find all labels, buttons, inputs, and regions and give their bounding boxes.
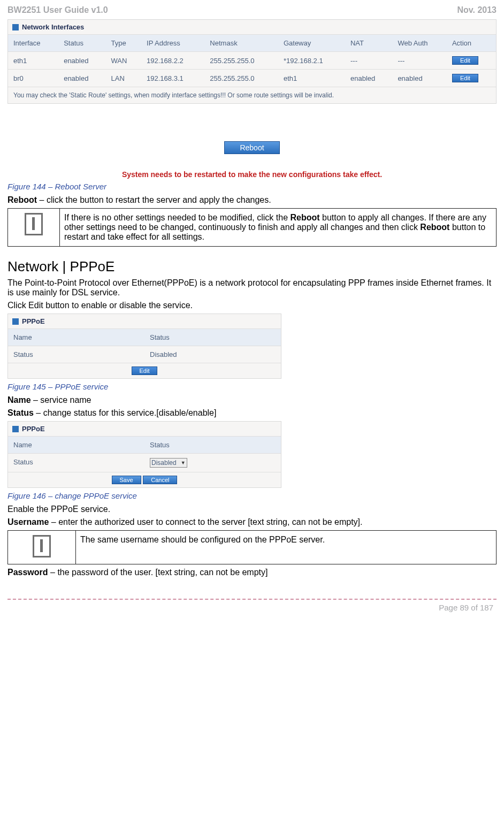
section-p1: The Point-to-Point Protocol over Etherne… <box>7 278 497 297</box>
panel-title: PPPoE <box>22 317 45 325</box>
page-separator <box>7 599 497 600</box>
info-text: The same username should be configured o… <box>76 531 497 564</box>
panel-icon <box>12 318 19 325</box>
table-header-row: Interface Status Type IP Address Netmask… <box>8 35 496 52</box>
password-rest: – the password of the user. [text string… <box>48 568 268 577</box>
cell-status-select: Disabled ▼ <box>144 454 281 472</box>
info-icon <box>25 213 43 235</box>
name-rest: – service name <box>31 395 91 404</box>
col-ip: IP Address <box>141 35 204 52</box>
cell-status: Disabled <box>144 346 281 363</box>
info-icon-cell <box>8 531 76 564</box>
col-webauth: Web Auth <box>392 35 447 52</box>
edit-button[interactable]: Edit <box>452 74 478 82</box>
figure-caption: Figure 145 – PPPoE service <box>7 382 497 391</box>
cell-gateway: eth1 <box>278 70 345 87</box>
col-gateway: Gateway <box>278 35 345 52</box>
info-pre: If there is no other settings needed to … <box>64 213 290 222</box>
info-text: If there is no other settings needed to … <box>60 209 497 247</box>
info-b1: Reboot <box>290 213 319 222</box>
figure-caption: Figure 144 – Reboot Server <box>7 182 497 191</box>
edit-button[interactable]: Edit <box>132 366 158 375</box>
cell-gateway: *192.168.2.1 <box>278 52 345 70</box>
cell-status: enabled <box>58 70 105 87</box>
header-right: Nov. 2013 <box>457 5 497 15</box>
pppoe-panel: PPPoE Name Status Status Disabled Edit <box>7 314 281 379</box>
cancel-button[interactable]: Cancel <box>143 476 177 484</box>
name-label: Name <box>7 395 31 404</box>
reboot-button[interactable]: Reboot <box>224 141 279 154</box>
info-box: If there is no other settings needed to … <box>7 208 497 247</box>
status-label: Status <box>7 408 34 417</box>
col-action: Action <box>447 35 496 52</box>
cell-name: Status <box>8 346 144 363</box>
cell-interface: eth1 <box>8 52 58 70</box>
cell-ip: 192.168.3.1 <box>141 70 204 87</box>
chevron-down-icon: ▼ <box>181 460 186 465</box>
network-interfaces-panel: Network Interfaces Interface Status Type… <box>7 19 497 104</box>
info-b2: Reboot <box>420 223 449 232</box>
status-rest: – change status for this service.[disabl… <box>34 408 217 417</box>
reboot-label: Reboot <box>7 195 37 204</box>
reboot-warning: System needs to be restarted to make the… <box>7 170 497 179</box>
reboot-block: Reboot System needs to be restarted to m… <box>7 141 497 179</box>
network-interfaces-table: Interface Status Type IP Address Netmask… <box>8 34 496 87</box>
panel-footnote: You may check the 'Static Route' setting… <box>8 87 496 103</box>
pppoe-data-row: Status Disabled <box>8 346 281 363</box>
info-icon <box>33 535 51 557</box>
col-netmask: Netmask <box>204 35 278 52</box>
page-header: BW2251 User Guide v1.0 Nov. 2013 <box>7 5 497 15</box>
cell-interface: br0 <box>8 70 58 87</box>
table-row: br0 enabled LAN 192.168.3.1 255.255.255.… <box>8 70 496 87</box>
cell-status: enabled <box>58 52 105 70</box>
info-icon-cell <box>8 209 60 247</box>
cell-type: LAN <box>106 70 142 87</box>
status-select[interactable]: Disabled ▼ <box>150 458 187 468</box>
section-p2: Click Edit button to enable or disable t… <box>7 301 497 310</box>
cell-netmask: 255.255.255.0 <box>204 70 278 87</box>
cell-webauth: enabled <box>392 70 447 87</box>
name-desc: Name – service name <box>7 395 497 405</box>
pppoe-header-row: Name Status <box>8 436 281 453</box>
username-rest: – enter the authorized user to connect t… <box>49 517 362 526</box>
cell-nat: --- <box>345 52 392 70</box>
cell-netmask: 255.255.255.0 <box>204 52 278 70</box>
save-button[interactable]: Save <box>112 476 141 484</box>
col-name: Name <box>8 437 144 453</box>
password-desc: Password – the password of the user. [te… <box>7 568 497 577</box>
pppoe-btn-row: Save Cancel <box>8 472 281 487</box>
col-type: Type <box>106 35 142 52</box>
panel-header: Network Interfaces <box>8 20 496 34</box>
col-status: Status <box>58 35 105 52</box>
cell-ip: 192.168.2.2 <box>141 52 204 70</box>
pppoe-btn-row: Edit <box>8 363 281 378</box>
edit-button[interactable]: Edit <box>452 56 478 65</box>
cell-nat: enabled <box>345 70 392 87</box>
username-desc: Username – enter the authorized user to … <box>7 517 497 527</box>
figure-caption: Figure 146 – change PPPoE service <box>7 491 497 500</box>
reboot-desc: Reboot – click the button to restart the… <box>7 195 497 205</box>
cell-name: Status <box>8 454 144 472</box>
enable-line: Enable the PPPoE service. <box>7 505 497 514</box>
col-interface: Interface <box>8 35 58 52</box>
pppoe-data-row: Status Disabled ▼ <box>8 453 281 472</box>
panel-header: PPPoE <box>8 314 281 329</box>
status-desc: Status – change status for this service.… <box>7 408 497 418</box>
reboot-rest: – click the button to restart the server… <box>37 195 271 204</box>
cell-type: WAN <box>106 52 142 70</box>
col-name: Name <box>8 329 144 346</box>
page-number: Page 89 of 187 <box>7 603 497 612</box>
username-label: Username <box>7 517 49 526</box>
panel-title: Network Interfaces <box>22 23 84 31</box>
section-heading: Network | PPPoE <box>7 258 497 275</box>
col-status: Status <box>144 329 281 346</box>
pppoe-header-row: Name Status <box>8 329 281 346</box>
select-value: Disabled <box>151 459 177 467</box>
col-nat: NAT <box>345 35 392 52</box>
panel-header: PPPoE <box>8 422 281 436</box>
table-row: eth1 enabled WAN 192.168.2.2 255.255.255… <box>8 52 496 70</box>
header-left: BW2251 User Guide v1.0 <box>7 5 108 15</box>
col-status: Status <box>144 437 281 453</box>
cell-webauth: --- <box>392 52 447 70</box>
panel-icon <box>12 24 19 30</box>
